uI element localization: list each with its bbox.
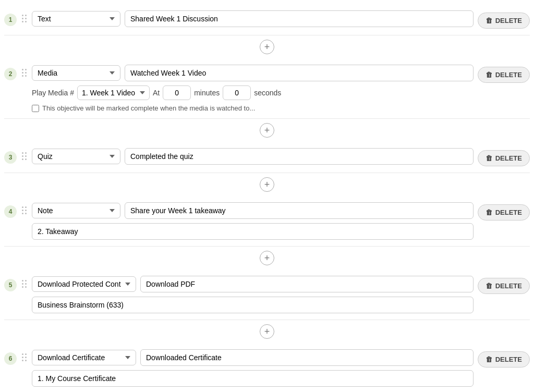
row-number-5: 5 bbox=[4, 279, 17, 291]
drag-handle-5[interactable] bbox=[21, 276, 28, 292]
add-row-after-4: + bbox=[4, 247, 530, 270]
row-top-2: Text Media Quiz Note Download Protected … bbox=[32, 65, 474, 81]
row-content-1: Text Media Quiz Note Download Protected … bbox=[32, 10, 474, 27]
delete-label-2: DELETE bbox=[495, 71, 522, 79]
add-button-3[interactable]: + bbox=[260, 177, 274, 192]
row-content-2: Text Media Quiz Note Download Protected … bbox=[32, 65, 474, 112]
type-select-4[interactable]: Text Media Quiz Note Download Protected … bbox=[32, 203, 120, 218]
add-row-after-1: + bbox=[4, 35, 530, 58]
drag-handle-3[interactable] bbox=[21, 148, 28, 164]
row-top-5: Text Media Quiz Note Download Protected … bbox=[32, 276, 474, 292]
delete-btn-5[interactable]: 🗑 DELETE bbox=[478, 278, 530, 294]
trash-icon-4: 🗑 bbox=[486, 209, 492, 216]
drag-handle-2[interactable] bbox=[21, 65, 28, 81]
add-button-1[interactable]: + bbox=[260, 40, 274, 54]
delete-label-4: DELETE bbox=[495, 209, 522, 216]
row-number-6: 6 bbox=[4, 352, 17, 365]
right-col-3: 🗑 DELETE bbox=[478, 148, 530, 166]
trash-icon-2: 🗑 bbox=[486, 71, 492, 79]
media-select-2[interactable]: 1. Week 1 Video bbox=[77, 85, 150, 100]
add-button-5[interactable]: + bbox=[260, 324, 274, 339]
add-row-after-3: + bbox=[4, 173, 530, 196]
row-top-4: Text Media Quiz Note Download Protected … bbox=[32, 202, 474, 219]
type-select-2[interactable]: Text Media Quiz Note Download Protected … bbox=[32, 65, 120, 81]
minutes-label: minutes bbox=[194, 89, 220, 97]
sub-input-4[interactable] bbox=[32, 223, 474, 240]
objective-row-5: 5 Text Media Quiz Note Download Protecte… bbox=[4, 270, 530, 320]
row-content-6: Text Media Quiz Note Download Protected … bbox=[32, 349, 474, 387]
play-media-label: Play Media # bbox=[32, 89, 74, 97]
seconds-label: seconds bbox=[254, 89, 281, 97]
main-input-6[interactable] bbox=[140, 349, 474, 366]
delete-btn-4[interactable]: 🗑 DELETE bbox=[478, 204, 530, 220]
row-top-6: Text Media Quiz Note Download Protected … bbox=[32, 349, 474, 366]
delete-label-5: DELETE bbox=[495, 282, 522, 290]
delete-btn-3[interactable]: 🗑 DELETE bbox=[478, 150, 530, 166]
at-label: At bbox=[153, 89, 160, 97]
main-input-1[interactable] bbox=[125, 10, 474, 27]
add-row-after-5: + bbox=[4, 320, 530, 343]
type-select-6[interactable]: Text Media Quiz Note Download Protected … bbox=[32, 350, 136, 365]
checkbox-label-2: This objective will be marked complete w… bbox=[42, 104, 255, 112]
main-input-3[interactable] bbox=[125, 148, 474, 165]
delete-label-6: DELETE bbox=[495, 356, 522, 363]
delete-label-3: DELETE bbox=[495, 154, 522, 162]
objectives-list: 1 Text Media Quiz Note Download Protecte… bbox=[4, 4, 530, 392]
row-content-3: Text Media Quiz Note Download Protected … bbox=[32, 148, 474, 165]
right-col-5: 🗑 DELETE bbox=[478, 276, 530, 294]
drag-handle-6[interactable] bbox=[21, 349, 28, 365]
row-top-1: Text Media Quiz Note Download Protected … bbox=[32, 10, 474, 27]
type-select-1[interactable]: Text Media Quiz Note Download Protected … bbox=[32, 11, 120, 27]
objective-row-6: 6 Text Media Quiz Note Download Protecte… bbox=[4, 343, 530, 392]
right-col-1: 🗑 DELETE bbox=[478, 10, 530, 29]
row-number-1: 1 bbox=[4, 14, 17, 26]
row-number-3: 3 bbox=[4, 151, 17, 164]
add-button-4[interactable]: + bbox=[260, 251, 274, 265]
delete-btn-6[interactable]: 🗑 DELETE bbox=[478, 351, 530, 368]
right-col-6: 🗑 DELETE bbox=[478, 349, 530, 368]
seconds-input-2[interactable] bbox=[223, 85, 251, 100]
drag-handle-1[interactable] bbox=[21, 10, 28, 27]
trash-icon-5: 🗑 bbox=[486, 282, 492, 290]
add-button-2[interactable]: + bbox=[260, 123, 274, 138]
type-select-5[interactable]: Text Media Quiz Note Download Protected … bbox=[32, 276, 136, 292]
type-select-3[interactable]: Text Media Quiz Note Download Protected … bbox=[32, 149, 120, 164]
sub-input-5[interactable] bbox=[32, 297, 474, 313]
row-number-2: 2 bbox=[4, 68, 17, 80]
checkbox-row-2: This objective will be marked complete w… bbox=[32, 104, 474, 112]
row-content-4: Text Media Quiz Note Download Protected … bbox=[32, 202, 474, 240]
trash-icon-6: 🗑 bbox=[486, 356, 492, 363]
main-input-5[interactable] bbox=[140, 276, 474, 292]
minutes-input-2[interactable] bbox=[163, 85, 191, 100]
objective-row-2: 2 Text Media Quiz Note Download Protecte… bbox=[4, 58, 530, 119]
main-input-2[interactable] bbox=[125, 65, 474, 81]
delete-label-1: DELETE bbox=[495, 17, 522, 24]
trash-icon-3: 🗑 bbox=[486, 154, 492, 162]
objective-row-3: 3 Text Media Quiz Note Download Protecte… bbox=[4, 142, 530, 173]
row-content-5: Text Media Quiz Note Download Protected … bbox=[32, 276, 474, 313]
delete-btn-1[interactable]: 🗑 DELETE bbox=[478, 13, 530, 29]
trash-icon-1: 🗑 bbox=[486, 17, 492, 24]
drag-handle-4[interactable] bbox=[21, 202, 28, 218]
objective-row-1: 1 Text Media Quiz Note Download Protecte… bbox=[4, 4, 530, 35]
delete-btn-2[interactable]: 🗑 DELETE bbox=[478, 67, 530, 83]
right-col-2: 🗑 DELETE bbox=[478, 65, 530, 83]
objective-row-4: 4 Text Media Quiz Note Download Protecte… bbox=[4, 196, 530, 247]
complete-checkbox-2[interactable] bbox=[32, 105, 39, 112]
row-number-4: 4 bbox=[4, 205, 17, 218]
right-col-4: 🗑 DELETE bbox=[478, 202, 530, 220]
row-top-3: Text Media Quiz Note Download Protected … bbox=[32, 148, 474, 165]
sub-input-6[interactable] bbox=[32, 370, 474, 387]
add-row-after-2: + bbox=[4, 119, 530, 142]
media-options-2: Play Media # 1. Week 1 Video At minutes … bbox=[32, 85, 474, 100]
main-input-4[interactable] bbox=[125, 202, 474, 219]
